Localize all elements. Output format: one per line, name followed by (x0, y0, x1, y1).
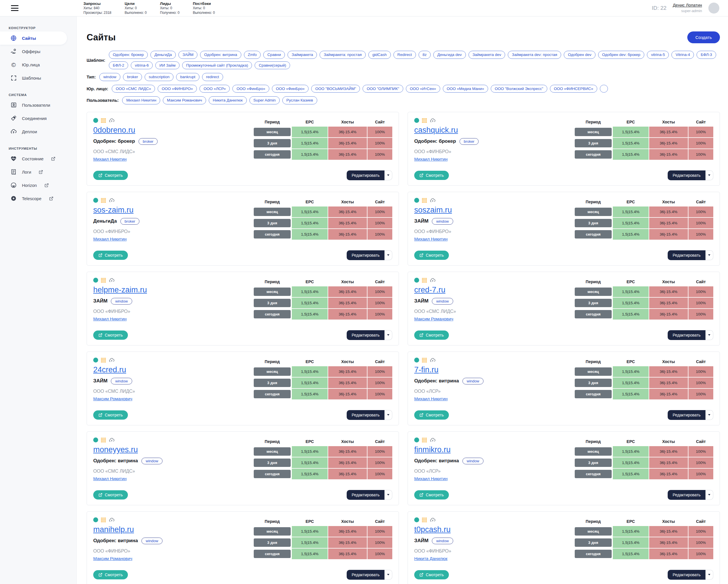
period-month-button[interactable]: месяц (575, 128, 612, 136)
sidebar-item-horizon[interactable]: Horizon (0, 178, 77, 192)
filter-pill[interactable]: Займракета (287, 51, 317, 59)
edit-dropdown-caret[interactable] (705, 170, 713, 180)
period-today-button[interactable]: сегодня (575, 550, 612, 558)
filter-pill[interactable]: vitrina-5 (647, 51, 669, 59)
period-month-button[interactable]: месяц (575, 447, 612, 456)
filter-pill[interactable]: ООО "ВОСЬМИЗАЙМ" (311, 85, 360, 93)
filter-pill[interactable]: БФЛ-3 (697, 51, 716, 59)
period-today-button[interactable]: сегодня (254, 310, 291, 318)
view-button[interactable]: Смотреть (414, 331, 449, 340)
period-month-button[interactable]: месяц (575, 527, 612, 535)
filter-pill[interactable]: Одобрен dev: брокер (598, 51, 645, 59)
filter-pill[interactable]: Сравни(серый) (255, 61, 290, 69)
site-user-link[interactable]: Михаил Никитин (414, 476, 448, 481)
period-month-button[interactable]: месяц (254, 527, 291, 535)
filter-pill[interactable]: Super Admin (250, 96, 280, 104)
filter-pill[interactable]: ООО "Волжский Экспресс" (491, 85, 547, 93)
site-domain-link[interactable]: sos-zaim.ru (93, 205, 134, 215)
filter-pill[interactable]: ООО "ОЛИМПИК" (363, 85, 403, 93)
filter-pill[interactable]: ООО «Медиа Мани» (443, 85, 488, 93)
period-month-button[interactable]: месяц (575, 287, 612, 296)
filter-pill[interactable]: ООО «ФинБро» (232, 85, 269, 93)
filter-pill[interactable]: Redirect (393, 51, 416, 59)
period-3days-button[interactable]: 3 дня (575, 139, 612, 147)
edit-button[interactable]: Редактировать (668, 250, 705, 260)
edit-button[interactable]: Редактировать (668, 330, 705, 340)
site-user-link[interactable]: Максим Романович (414, 316, 453, 321)
period-3days-button[interactable]: 3 дня (575, 219, 612, 227)
avatar[interactable] (708, 3, 719, 13)
filter-pill[interactable]: Руслан Казиев (282, 96, 317, 104)
sidebar-item-legal-entities[interactable]: © Юр.лица (0, 58, 77, 71)
site-user-link[interactable]: Михаил Никитин (414, 396, 448, 401)
edit-dropdown-caret[interactable] (385, 250, 392, 260)
period-today-button[interactable]: сегодня (575, 390, 612, 398)
period-today-button[interactable]: сегодня (254, 550, 291, 558)
filter-pill[interactable]: Деньгида dev (433, 51, 466, 59)
edit-dropdown-caret[interactable] (385, 330, 392, 340)
site-user-link[interactable]: Михаил Никитин (93, 316, 127, 321)
edit-button[interactable]: Редактировать (347, 170, 385, 180)
period-3days-button[interactable]: 3 дня (575, 379, 612, 387)
period-today-button[interactable]: сегодня (254, 390, 291, 398)
period-month-button[interactable]: месяц (575, 367, 612, 376)
period-3days-button[interactable]: 3 дня (254, 379, 291, 387)
view-button[interactable]: Смотреть (414, 251, 449, 260)
filter-pill[interactable]: bankrupt (176, 73, 200, 81)
filter-pill[interactable]: ООО «СМС ЛИДС» (112, 85, 155, 93)
filter-pill[interactable]: Займракета dev (468, 51, 505, 59)
edit-button[interactable]: Редактировать (347, 250, 385, 260)
site-domain-link[interactable]: cred-7.ru (414, 285, 445, 295)
period-today-button[interactable]: сегодня (575, 310, 612, 318)
create-button[interactable]: Создать (687, 31, 720, 43)
view-button[interactable]: Смотреть (414, 490, 449, 500)
site-domain-link[interactable]: soszaim.ru (414, 205, 452, 215)
filter-pill[interactable]: 8z (419, 51, 431, 59)
edit-dropdown-caret[interactable] (705, 570, 713, 580)
site-domain-link[interactable]: 0dobreno.ru (93, 126, 135, 135)
filter-pill[interactable]: Одобрен dev (564, 51, 595, 59)
period-today-button[interactable]: сегодня (254, 230, 291, 239)
filter-pill[interactable]: vitrina-6 (131, 61, 153, 69)
period-3days-button[interactable]: 3 дня (254, 458, 291, 467)
period-month-button[interactable]: месяц (254, 287, 291, 296)
edit-button[interactable]: Редактировать (668, 410, 705, 420)
filter-pill[interactable]: ООО «ФинБро» (272, 85, 309, 93)
sidebar-item-logs[interactable]: Логи (0, 165, 77, 178)
period-today-button[interactable]: сегодня (575, 150, 612, 159)
site-user-link[interactable]: Михаил Никитин (93, 237, 127, 241)
edit-button[interactable]: Редактировать (347, 330, 385, 340)
view-button[interactable]: Смотреть (414, 410, 449, 420)
filter-pill[interactable]: Промежуточный сайт (Прокладка) (182, 61, 252, 69)
sidebar-item-offers[interactable]: Офферы (0, 45, 77, 58)
edit-button[interactable]: Редактировать (668, 490, 705, 500)
period-3days-button[interactable]: 3 дня (575, 299, 612, 307)
current-user-link[interactable]: Денис Лопатин (673, 3, 702, 8)
period-month-button[interactable]: месяц (254, 128, 291, 136)
period-3days-button[interactable]: 3 дня (254, 299, 291, 307)
period-today-button[interactable]: сегодня (575, 230, 612, 239)
filter-pill[interactable]: ИИ Займ (155, 61, 180, 69)
site-domain-link[interactable]: 24cred.ru (93, 365, 126, 374)
period-today-button[interactable]: сегодня (575, 470, 612, 478)
filter-pill[interactable]: Одобрен: витрина (200, 51, 241, 59)
period-month-button[interactable]: месяц (254, 447, 291, 456)
site-domain-link[interactable]: cashquick.ru (414, 126, 458, 135)
view-button[interactable]: Смотреть (93, 331, 128, 340)
view-button[interactable]: Смотреть (93, 410, 128, 420)
period-3days-button[interactable]: 3 дня (575, 538, 612, 547)
sidebar-item-users[interactable]: Пользователи (0, 98, 77, 112)
sidebar-item-connections[interactable]: Соединения (0, 112, 77, 125)
filter-pill[interactable]: ЗАЙМ (178, 51, 198, 59)
sidebar-item-templates[interactable]: Шаблоны (0, 71, 77, 84)
edit-button[interactable]: Редактировать (668, 170, 705, 180)
period-month-button[interactable]: месяц (254, 367, 291, 376)
filter-pill[interactable]: subscription (145, 73, 174, 81)
edit-button[interactable]: Редактировать (668, 570, 705, 580)
period-3days-button[interactable]: 3 дня (254, 538, 291, 547)
filter-pill[interactable]: window (99, 73, 120, 81)
site-user-link[interactable]: Никита Данилюк (414, 556, 447, 561)
edit-dropdown-caret[interactable] (385, 170, 392, 180)
edit-dropdown-caret[interactable] (705, 330, 713, 340)
view-button[interactable]: Смотреть (93, 251, 128, 260)
